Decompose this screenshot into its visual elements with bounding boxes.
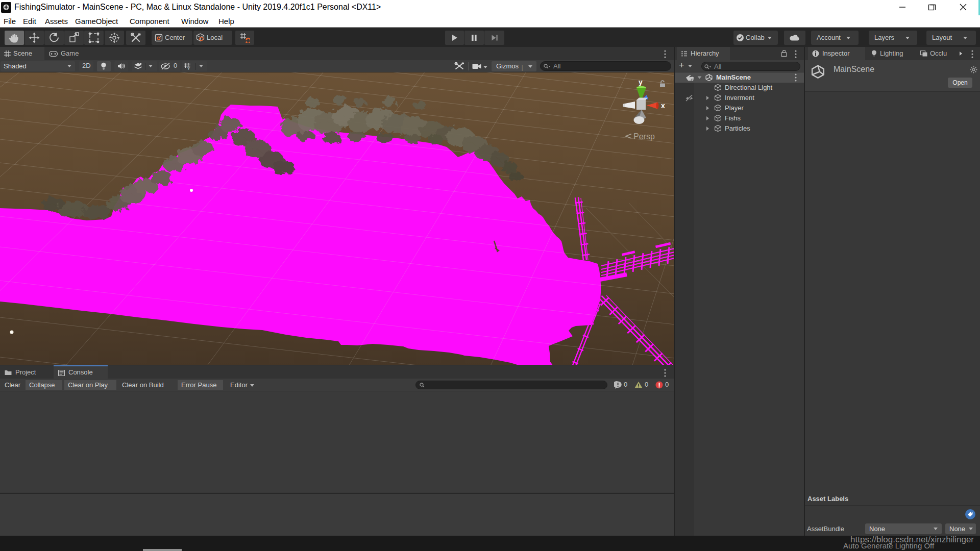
svg-text:Persp: Persp	[633, 132, 655, 141]
svg-text:Y: Y	[187, 66, 190, 70]
svg-text:x: x	[661, 102, 665, 110]
svg-text:y: y	[639, 78, 643, 86]
